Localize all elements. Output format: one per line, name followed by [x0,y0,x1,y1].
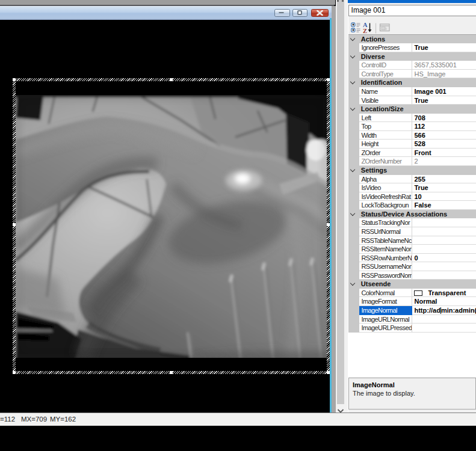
svg-text:Z: Z [363,28,367,34]
